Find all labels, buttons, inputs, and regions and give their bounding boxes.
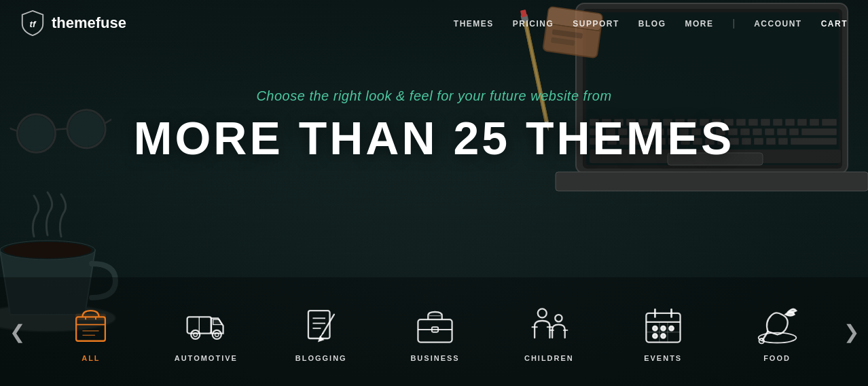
svg-point-116 xyxy=(653,326,657,330)
svg-point-118 xyxy=(669,326,674,330)
business-label: BUSINESS xyxy=(410,354,459,362)
svg-text:tf: tf xyxy=(30,19,37,29)
category-blogging[interactable]: BLOGGING xyxy=(281,301,362,362)
nav-item-themes[interactable]: THEMES xyxy=(454,17,494,29)
prev-arrow[interactable]: ❮ xyxy=(0,277,34,386)
svg-point-109 xyxy=(555,315,562,321)
logo[interactable]: tf themefuse xyxy=(20,10,126,37)
svg-line-99 xyxy=(323,314,334,333)
events-label: EVENTS xyxy=(644,354,682,362)
navigation: tf themefuse THEMES PRICING SUPPORT BLOG… xyxy=(0,0,868,46)
category-events[interactable]: EVENTS xyxy=(622,301,704,362)
category-automotive[interactable]: AUTOMOTIVE xyxy=(164,301,248,362)
category-section: ❮ ALL xyxy=(0,277,868,386)
nav-link-account[interactable]: ACCOUNT xyxy=(754,19,802,29)
nav-divider: | xyxy=(733,18,736,29)
children-label: CHILDREN xyxy=(524,354,574,362)
nav-link-themes[interactable]: THEMES xyxy=(454,19,494,29)
blogging-icon xyxy=(297,301,345,349)
logo-text: themefuse xyxy=(52,14,126,32)
svg-point-119 xyxy=(653,334,657,338)
nav-item-account[interactable]: ACCOUNT xyxy=(754,17,802,29)
hero-subtitle: Choose the right look & feel for your fu… xyxy=(0,88,868,104)
nav-links: THEMES PRICING SUPPORT BLOG MORE | ACCOU… xyxy=(454,17,848,29)
svg-rect-3 xyxy=(556,172,868,191)
events-icon xyxy=(639,301,687,349)
svg-point-120 xyxy=(661,334,666,338)
category-business[interactable]: BUSINESS xyxy=(395,301,476,362)
category-all[interactable]: ALL xyxy=(50,301,132,362)
svg-rect-84 xyxy=(77,314,106,319)
svg-point-90 xyxy=(191,330,200,338)
nav-link-pricing[interactable]: PRICING xyxy=(513,19,554,29)
automotive-label: AUTOMOTIVE xyxy=(175,354,238,362)
svg-line-125 xyxy=(763,331,767,339)
logo-shield-icon: tf xyxy=(20,10,45,37)
hero-content: Choose the right look & feel for your fu… xyxy=(0,88,868,161)
nav-item-more[interactable]: MORE xyxy=(685,17,714,29)
category-items: ALL AUTOMOTIVE xyxy=(34,277,834,386)
svg-point-92 xyxy=(213,330,221,338)
business-icon xyxy=(412,301,459,349)
all-label: ALL xyxy=(82,354,100,362)
hero-title: MORE THAN 25 THEMES xyxy=(0,115,868,161)
automotive-icon xyxy=(182,301,230,349)
svg-point-117 xyxy=(661,326,666,330)
svg-rect-102 xyxy=(418,319,452,342)
nav-item-pricing[interactable]: PRICING xyxy=(513,17,554,29)
nav-link-cart[interactable]: CART xyxy=(821,19,848,29)
svg-rect-95 xyxy=(308,311,330,338)
svg-point-106 xyxy=(538,309,547,317)
nav-item-support[interactable]: SUPPORT xyxy=(573,17,619,29)
category-food[interactable]: FOOD xyxy=(736,301,818,362)
blogging-label: BLOGGING xyxy=(295,354,347,362)
nav-link-support[interactable]: SUPPORT xyxy=(573,19,619,29)
nav-item-cart[interactable]: CART xyxy=(821,17,848,29)
nav-item-blog[interactable]: BLOG xyxy=(638,17,666,29)
all-icon xyxy=(67,301,115,349)
svg-point-63 xyxy=(3,242,92,258)
category-children[interactable]: CHILDREN xyxy=(508,301,590,362)
food-icon xyxy=(753,301,801,349)
food-label: FOOD xyxy=(763,354,791,362)
next-arrow[interactable]: ❯ xyxy=(834,277,868,386)
children-icon xyxy=(525,301,573,349)
nav-link-blog[interactable]: BLOG xyxy=(638,19,666,29)
nav-link-more[interactable]: MORE xyxy=(685,19,714,29)
svg-rect-82 xyxy=(77,317,106,340)
